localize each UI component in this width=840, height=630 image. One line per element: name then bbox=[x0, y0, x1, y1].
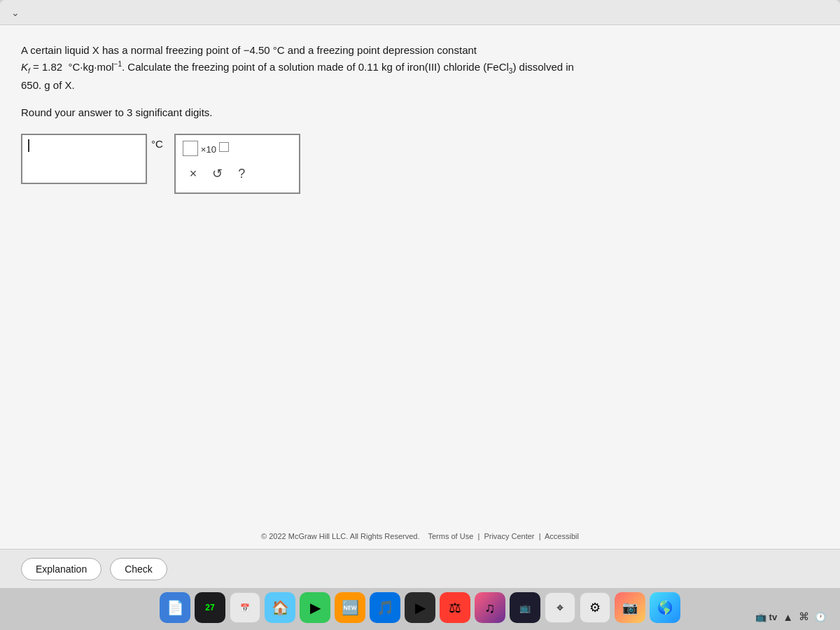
bottom-bar: Explanation Check bbox=[0, 549, 840, 588]
problem-kf-label: Kf = 1.82 °C·kg·mol−1. Calculate the fre… bbox=[21, 61, 574, 73]
undo-button[interactable]: ↺ bbox=[209, 164, 225, 183]
tv-icon: 📺 bbox=[519, 603, 531, 613]
taskbar-right: 📺 tv ▲ ⌘ 🕐 bbox=[755, 610, 826, 623]
footer-copyright: © 2022 McGraw Hill LLC. All Rights Reser… bbox=[0, 532, 840, 540]
dock-icon-app4[interactable]: 🎵 bbox=[370, 592, 400, 623]
close-button[interactable]: × bbox=[187, 165, 200, 183]
privacy-link[interactable]: Privacy Center bbox=[484, 532, 534, 540]
round-instruction: Round your answer to 3 significant digit… bbox=[21, 106, 819, 118]
problem-statement: A certain liquid X has a normal freezing… bbox=[21, 42, 651, 94]
main-window: ⌄ A certain liquid X has a normal freezi… bbox=[0, 0, 840, 588]
check-button[interactable]: Check bbox=[110, 558, 167, 580]
unit-label: °C bbox=[151, 134, 163, 150]
x10-label: ×10 bbox=[201, 144, 216, 156]
dock-icon-settings[interactable]: ⚙ bbox=[580, 592, 610, 623]
dock-icon-app3[interactable]: 🆕 bbox=[335, 592, 365, 623]
sci-notation-top: ×10 bbox=[183, 141, 292, 156]
dock: 📄 27 📅 🏠 ▶ 🆕 🎵 ▶ ⚖ ♫ 📺 ⌖ ⚙ 📷 🌎 bbox=[0, 588, 840, 627]
tv-label: 📺 tv bbox=[755, 612, 777, 622]
wifi-icon: ⌘ bbox=[799, 610, 809, 623]
chevron-down-icon[interactable]: ⌄ bbox=[11, 7, 20, 18]
notification-icon: ▲ bbox=[783, 611, 793, 623]
explanation-button[interactable]: Explanation bbox=[21, 558, 102, 580]
top-bar: ⌄ bbox=[0, 0, 840, 25]
terms-link[interactable]: Terms of Use bbox=[428, 532, 473, 540]
answer-box-wrapper: °C bbox=[21, 134, 163, 184]
dock-icon-music[interactable]: ♫ bbox=[475, 592, 505, 623]
sci-notation-box: ×10 × ↺ ? bbox=[174, 134, 300, 194]
dock-icon-tv[interactable]: 📺 bbox=[510, 592, 540, 623]
dock-icon-app7[interactable]: 📷 bbox=[615, 592, 645, 623]
dock-icon-app5[interactable]: ▶ bbox=[405, 592, 435, 623]
dock-icon-app6[interactable]: ⚖ bbox=[440, 592, 470, 623]
answer-input-box[interactable] bbox=[21, 134, 147, 184]
sci-buttons: × ↺ ? bbox=[183, 162, 292, 186]
clock-icon: 🕐 bbox=[815, 612, 826, 622]
answer-section: °C ×10 × ↺ ? bbox=[21, 134, 819, 194]
dock-icon-app1[interactable]: 🏠 bbox=[265, 592, 295, 623]
taskbar: 📄 27 📅 🏠 ▶ 🆕 🎵 ▶ ⚖ ♫ 📺 ⌖ ⚙ 📷 🌎 📺 tv ▲ ⌘ … bbox=[0, 588, 840, 630]
help-button[interactable]: ? bbox=[235, 165, 248, 183]
dock-icon-app2[interactable]: ▶ bbox=[300, 592, 330, 623]
dock-icon-terminal[interactable]: 27 bbox=[195, 592, 225, 623]
problem-line1: A certain liquid X has a normal freezing… bbox=[21, 44, 477, 56]
accessibility-link[interactable]: Accessibil bbox=[545, 532, 579, 540]
cursor bbox=[28, 139, 29, 152]
dock-icon-airdrop[interactable]: ⌖ bbox=[545, 592, 575, 623]
sci-exponent-box[interactable] bbox=[219, 142, 229, 152]
sci-mantissa-box[interactable] bbox=[183, 141, 198, 156]
dock-icon-finder[interactable]: 📄 bbox=[160, 592, 190, 623]
problem-line3: 650. g of X. bbox=[21, 79, 75, 91]
dock-icon-app8[interactable]: 🌎 bbox=[650, 592, 680, 623]
content-area: A certain liquid X has a normal freezing… bbox=[0, 25, 840, 588]
dock-icon-calendar[interactable]: 📅 bbox=[230, 592, 260, 623]
